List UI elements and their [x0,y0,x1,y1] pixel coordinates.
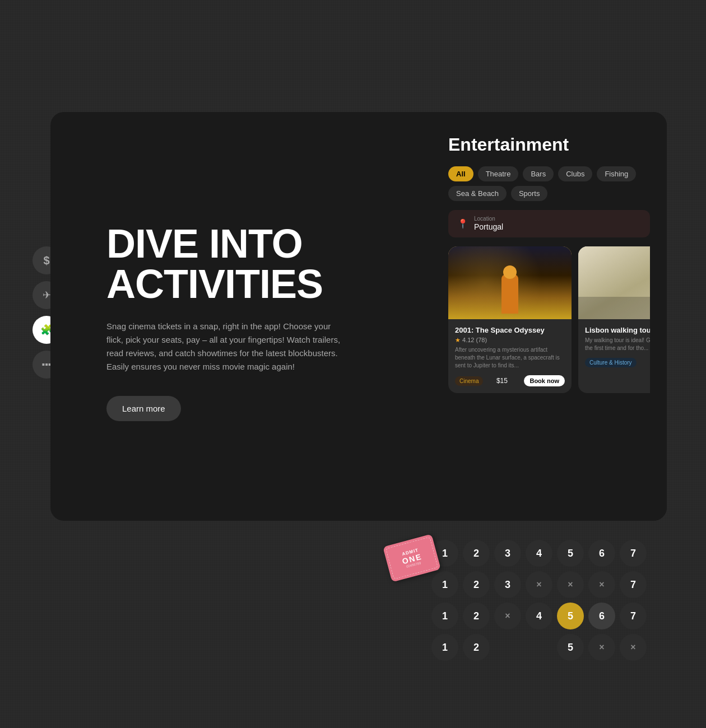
ticket-wrapper: ADMIT ONE 00456789 [387,540,437,576]
num-cell-r1c5: 5 [557,540,584,567]
num-cell-r3c1: 1 [431,603,458,629]
hero-subtitle: Snag cinema tickets in a snap, right in … [106,320,342,374]
left-panel: DIVE INTO ACTIVITIES Snag cinema tickets… [50,112,431,521]
card-1-tag: Cinema [455,376,483,386]
card-2-desc: My walking tour is ideal! Go to the city… [585,337,650,352]
num-cell-r4c2: 2 [463,634,490,661]
num-cell-r3c5: 5 [557,603,584,629]
location-value: Portugal [474,222,503,231]
card-2-title: Lisbon walking tour [585,326,650,334]
card-2-footer: Culture & History [585,358,650,367]
dollar-symbol: $ [43,254,49,267]
filter-tabs: All Theatre Bars Clubs Fishing Sea & Bea… [448,166,650,201]
filter-tab-all[interactable]: All [448,166,473,181]
num-cell-r4c1: 1 [431,634,458,661]
card-2-body: Lisbon walking tour My walking tour is i… [578,319,650,374]
card-1-desc: After uncovering a mysterious artifact b… [455,346,565,370]
bottom-section: ADMIT ONE 00456789 1 2 3 4 5 6 7 1 2 3 ×… [387,540,667,661]
card-2-tag: Culture & History [585,358,637,367]
num-cell-r1c4: 4 [526,540,552,567]
num-cell-r3c6: 6 [588,603,615,629]
star-icon: ★ [455,337,461,343]
ticket-admit-text: ADMIT [401,548,419,557]
num-cell-r4c4-empty [526,634,552,661]
num-cell-r4c3-empty [494,634,521,661]
hero-title: DIVE INTO ACTIVITIES [106,223,398,304]
num-cell-r2c7: 7 [620,571,647,598]
filter-tab-clubs[interactable]: Clubs [558,166,592,181]
num-cell-r2c3: 3 [494,571,521,598]
num-cell-r4c5: 5 [557,634,584,661]
main-card: DIVE INTO ACTIVITIES Snag cinema tickets… [50,112,667,521]
num-cell-r2c4: × [526,571,552,598]
location-icon: 📍 [457,218,468,229]
num-cell-r1c2: 2 [463,540,490,567]
location-bar[interactable]: 📍 Location Portugal [448,210,650,237]
num-cell-r1c3: 3 [494,540,521,567]
location-label: Location [474,216,503,222]
chart-symbol: ▪▪▪ [41,360,51,370]
right-panel: Entertainment All Theatre Bars Clubs Fis… [431,112,667,521]
num-cell-r3c2: 2 [463,603,490,629]
num-cell-r2c6: × [588,571,615,598]
filter-tab-theatre[interactable]: Theatre [478,166,519,181]
ticket-one-text: ONE [401,552,423,566]
num-cell-r3c3: × [494,603,521,629]
card-2-image: R [578,246,650,319]
filter-tab-sea-beach[interactable]: Sea & Beach [448,186,507,201]
activity-card-2[interactable]: R Lisbon walking tour My walking tour is… [578,246,650,393]
num-cell-r2c5: × [557,571,584,598]
admit-one-ticket: ADMIT ONE 00456789 [383,534,441,582]
plane-symbol: ✈ [43,289,51,301]
filter-tab-bars[interactable]: Bars [523,166,554,181]
card-1-footer: Cinema $15 Book now [455,375,565,386]
book-now-button[interactable]: Book now [524,375,565,386]
astronaut-figure [501,274,518,314]
card-1-title: 2001: The Space Odyssey [455,326,565,334]
num-cell-r1c6: 6 [588,540,615,567]
location-info: Location Portugal [474,216,503,232]
learn-more-button[interactable]: Learn more [106,396,181,421]
num-cell-r2c2: 2 [463,571,490,598]
num-cell-r4c6: × [588,634,615,661]
num-cell-r1c7: 7 [620,540,647,567]
card-1-body: 2001: The Space Odyssey ★ 4.12 (78) Afte… [448,319,572,393]
card-1-image [448,246,572,319]
filter-tab-sports[interactable]: Sports [511,186,548,201]
num-cell-r3c7: 7 [620,603,647,629]
filter-tab-fishing[interactable]: Fishing [597,166,636,181]
card-1-price: $15 [496,377,508,385]
num-cell-r3c4: 4 [526,603,552,629]
num-cell-r4c7: × [620,634,647,661]
activity-card-1[interactable]: 2001: The Space Odyssey ★ 4.12 (78) Afte… [448,246,572,393]
cards-row: 2001: The Space Odyssey ★ 4.12 (78) Afte… [448,246,650,393]
section-title: Entertainment [448,134,650,155]
number-grid: 1 2 3 4 5 6 7 1 2 3 × × × 7 1 2 × 4 5 6 … [431,540,667,661]
card-1-rating: ★ 4.12 (78) [455,337,565,344]
ticket-serial: 00456789 [406,561,421,568]
